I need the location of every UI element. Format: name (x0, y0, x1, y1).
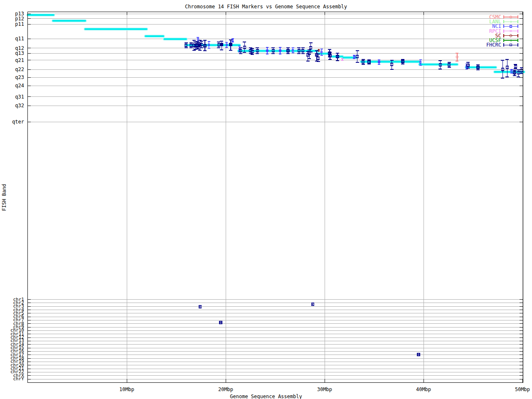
band-tick-label: q23 (15, 74, 24, 80)
band-tick-label: q24 (15, 83, 24, 89)
band-tick-label: qter (12, 119, 24, 125)
band-tick-label: q32 (15, 103, 24, 108)
x-tick-label: 50Mbp (515, 387, 530, 392)
x-axis-title: Genome Sequence Assembly (0, 394, 532, 399)
band-tick-label: q22 (15, 66, 24, 72)
x-tick-label: 40Mbp (416, 387, 431, 392)
x-tick-label: 20Mbp (218, 387, 233, 392)
band-tick-label: q11 (15, 36, 24, 42)
chromosome-fish-plot: p13p12p11q11q12q13q21q22q23q24q31q32qter… (0, 0, 532, 399)
data-point-FHCRC (229, 43, 232, 46)
chart-title: Chromosome 14 FISH Markers vs Genome Seq… (0, 4, 532, 10)
x-tick-label: 30Mbp (317, 387, 332, 392)
band-tick-label: p11 (15, 21, 24, 27)
chart-canvas: p13p12p11q11q12q13q21q22q23q24q31q32qter… (0, 0, 532, 399)
band-tick-label: p12 (15, 16, 24, 22)
x-tick-label: 10Mbp (119, 387, 134, 392)
band-tick-label: q21 (15, 57, 24, 63)
chr-tick-label: chrY (13, 376, 25, 382)
y-axis-title: FISH Band (1, 177, 7, 218)
band-tick-label: q31 (15, 94, 24, 100)
data-point-FHCRC (220, 43, 223, 46)
band-tick-label: q13 (15, 50, 24, 56)
legend-label-FHCRC: FHCRC (486, 42, 501, 48)
